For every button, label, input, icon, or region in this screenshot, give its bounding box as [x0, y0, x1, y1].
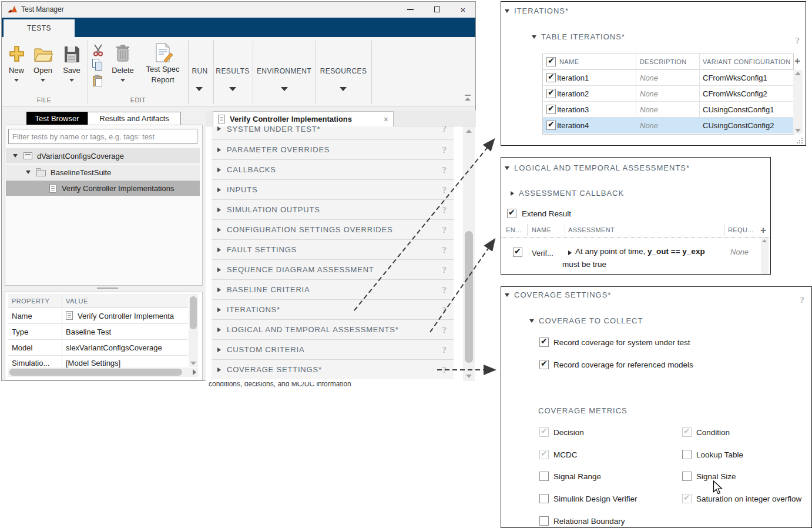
extend-result-checkbox[interactable] [507, 209, 516, 218]
open-dropdown-icon[interactable] [41, 79, 45, 82]
resources-menu[interactable]: RESOURCES [316, 67, 371, 75]
filter-tests-input[interactable] [8, 129, 197, 144]
metric-condition-option[interactable]: Condition [682, 427, 730, 437]
record-coverage-refmodels-option[interactable]: Record coverage for referenced models [539, 360, 693, 369]
iteration-row-4-selected[interactable]: Iteration4 None CUsingConstConfig2 [543, 118, 793, 133]
test-spec-report-button[interactable]: Test Spec [141, 65, 184, 73]
iteration-row-2[interactable]: Iteration2 None CFromWksConfig2 [543, 86, 793, 102]
row-checkbox[interactable] [546, 105, 556, 114]
property-horizontal-scrollbar[interactable] [8, 367, 198, 377]
metric-mcdc-checkbox[interactable] [539, 450, 549, 459]
assessment-callback-header[interactable]: ASSESSMENT CALLBACK [511, 189, 624, 198]
tree-item-testcase-selected[interactable]: Verify Controller Implementations [6, 181, 200, 196]
metric-condition-checkbox[interactable] [682, 427, 692, 437]
property-vertical-scrollbar[interactable] [189, 294, 198, 367]
assessments-header[interactable]: LOGICAL AND TEMPORAL ASSESSMENTS* [505, 163, 690, 172]
metric-saturation-option[interactable]: Saturation on integer overflow [682, 494, 801, 503]
help-icon[interactable]: ? [800, 295, 805, 305]
metric-mcdc-option[interactable]: MCDC [539, 450, 578, 459]
open-button[interactable]: Open [30, 66, 56, 75]
help-icon[interactable]: ? [442, 165, 447, 175]
row-checkbox[interactable] [546, 89, 556, 98]
metric-lookup-table-checkbox[interactable] [682, 450, 692, 459]
record-coverage-sut-option[interactable]: Record coverage for system under test [539, 337, 690, 347]
description-column-header[interactable]: DESCRIPTION [640, 58, 687, 65]
tab-close-icon[interactable]: × [384, 115, 388, 123]
iteration-row-1[interactable]: Iteration1 None CFromWksConfig1 [543, 70, 793, 86]
tree-item-testfile[interactable]: dVariantConfigsCoverage [6, 148, 200, 163]
delete-button[interactable]: Delete [108, 66, 138, 75]
test-spec-report-button-line2[interactable]: Report [141, 75, 184, 84]
help-icon[interactable]: ? [442, 126, 447, 134]
copy-icon[interactable] [92, 58, 103, 71]
metric-relational-boundary-checkbox[interactable] [539, 516, 549, 526]
run-dropdown-icon[interactable] [196, 87, 203, 91]
section-sequence-diagram-assessment[interactable]: SEQUENCE DIAGRAM ASSESSMENT? [212, 259, 454, 279]
help-icon[interactable]: ? [442, 365, 447, 375]
resources-dropdown-icon[interactable] [340, 87, 347, 91]
metric-signal-range-option[interactable]: Signal Range [539, 472, 601, 481]
results-dropdown-icon[interactable] [229, 87, 236, 91]
cut-icon[interactable] [92, 44, 104, 56]
minimize-button[interactable] [403, 5, 417, 14]
tab-tests[interactable]: TESTS [4, 19, 75, 37]
extend-result-option[interactable]: Extend Result [507, 209, 571, 218]
results-menu[interactable]: RESULTS [213, 67, 252, 75]
assessment-enabled-checkbox[interactable] [513, 248, 522, 257]
metric-signal-size-checkbox[interactable] [682, 472, 692, 481]
resize-grip-icon[interactable] [796, 137, 803, 144]
paste-icon[interactable] [92, 74, 103, 87]
iterations-header[interactable]: ITERATIONS* [505, 6, 569, 15]
select-all-checkbox[interactable] [546, 57, 556, 66]
section-configuration-settings-overrides[interactable]: CONFIGURATION SETTINGS OVERRIDES? [212, 219, 454, 239]
name-column-header[interactable]: NAME [559, 58, 579, 65]
record-coverage-refmodels-checkbox[interactable] [539, 360, 549, 369]
help-icon[interactable]: ? [442, 265, 447, 275]
section-iterations[interactable]: ITERATIONS*? [212, 299, 454, 319]
new-dropdown-icon[interactable] [14, 79, 19, 82]
metric-saturation-checkbox[interactable] [682, 494, 692, 503]
help-icon[interactable]: ? [796, 36, 800, 46]
section-callbacks[interactable]: CALLBACKS? [212, 159, 454, 179]
help-icon[interactable]: ? [442, 325, 447, 335]
run-menu[interactable]: RUN [187, 67, 213, 75]
tab-test-browser[interactable]: Test Browser [26, 112, 88, 125]
help-icon[interactable]: ? [442, 305, 447, 315]
metric-relational-boundary-option[interactable]: Relational Boundary [539, 516, 625, 526]
tab-results-and-artifacts[interactable]: Results and Artifacts [88, 112, 181, 125]
row-checkbox[interactable] [546, 73, 556, 82]
assessment-column-header[interactable]: ASSESSMENT [568, 226, 615, 233]
help-icon[interactable]: ? [442, 285, 447, 295]
maximize-button[interactable] [430, 5, 444, 14]
section-inputs[interactable]: INPUTS? [212, 179, 454, 199]
save-dropdown-icon[interactable] [69, 79, 74, 82]
iterations-table-scrollbar[interactable] [793, 70, 803, 134]
help-icon[interactable]: ? [442, 225, 447, 235]
add-assessment-button[interactable]: + [760, 225, 766, 235]
metric-decision-checkbox[interactable] [539, 427, 549, 437]
add-iteration-button[interactable]: + [794, 56, 800, 66]
assessment-row[interactable]: Verif... At any point of time, y_out == … [501, 238, 760, 274]
enabled-column-header[interactable]: EN... [506, 226, 521, 233]
row-checkbox[interactable] [546, 121, 556, 130]
table-iterations-header[interactable]: TABLE ITERATIONS* [532, 32, 625, 41]
requirements-column-header[interactable]: REQU... [728, 226, 754, 233]
section-coverage-settings[interactable]: COVERAGE SETTINGS*? [212, 359, 454, 379]
name-column-header[interactable]: NAME [532, 226, 551, 233]
metric-decision-option[interactable]: Decision [539, 427, 584, 437]
assessments-scrollbar[interactable] [761, 238, 769, 274]
metric-lookup-table-option[interactable]: Lookup Table [682, 450, 743, 459]
expander-down-icon[interactable] [26, 171, 31, 174]
record-coverage-sut-checkbox[interactable] [539, 337, 549, 347]
section-logical-temporal-assessments[interactable]: LOGICAL AND TEMPORAL ASSESSMENTS*? [212, 319, 454, 339]
section-fault-settings[interactable]: FAULT SETTINGS? [212, 239, 454, 259]
metric-signal-size-option[interactable]: Signal Size [682, 472, 736, 481]
tree-item-testsuite[interactable]: BaselineTestSuite [6, 165, 200, 180]
environment-dropdown-icon[interactable] [281, 87, 288, 91]
help-icon[interactable]: ? [442, 205, 447, 215]
document-vertical-scrollbar[interactable] [463, 126, 475, 381]
section-parameter-overrides[interactable]: PARAMETER OVERRIDES? [212, 139, 454, 159]
close-button[interactable]: × [456, 5, 470, 14]
coverage-settings-header[interactable]: COVERAGE SETTINGS* [505, 290, 611, 299]
section-system-under-test[interactable]: SYSTEM UNDER TEST* ? [212, 126, 454, 139]
